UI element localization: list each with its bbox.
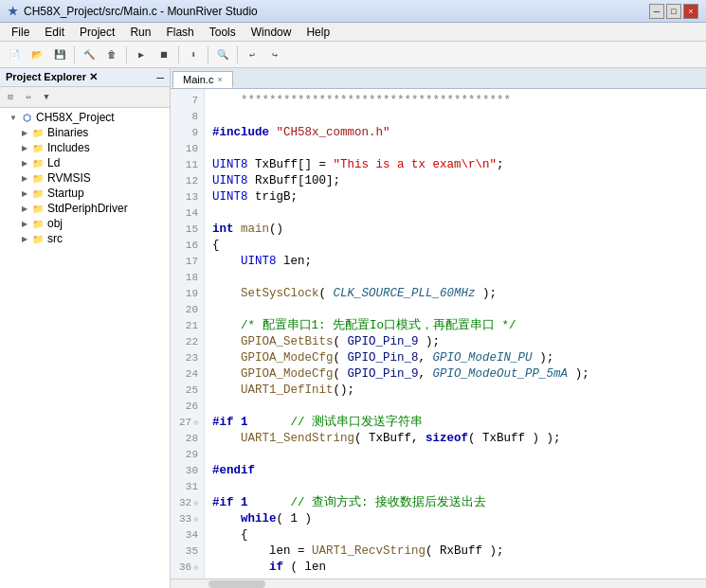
tree-label-ld: Ld — [47, 156, 60, 169]
redo-button[interactable]: ↪ — [264, 45, 285, 65]
close-button[interactable]: × — [683, 4, 698, 19]
ln-12: 12 — [171, 173, 204, 189]
tree-item-obj[interactable]: ▶ 📁 obj — [0, 216, 170, 231]
project-name: CH58X_Project — [36, 111, 115, 124]
expand-arrow: ▶ — [19, 220, 30, 228]
ln-17: 17 — [171, 254, 204, 270]
panel-menu-button[interactable]: ▼ — [38, 89, 55, 106]
clean-button[interactable]: 🗑 — [101, 45, 122, 65]
ln-9: 9 — [171, 125, 204, 141]
folder-icon: 📁 — [30, 156, 45, 169]
ln-31: 31 — [171, 479, 204, 495]
tree-item-ld[interactable]: ▶ 📁 Ld — [0, 155, 170, 170]
code-line-21: /* 配置串口1: 先配置Io口模式，再配置串口 */ — [212, 318, 706, 334]
undo-button[interactable]: ↩ — [242, 45, 262, 65]
ln-32: 32⊙ — [171, 495, 204, 511]
menu-item-help[interactable]: Help — [299, 24, 337, 41]
expand-arrow: ▶ — [19, 129, 30, 137]
menu-item-run[interactable]: Run — [122, 24, 158, 41]
collapse-all-button[interactable]: ⊟ — [2, 89, 19, 106]
ln-33: 33⊙ — [171, 511, 204, 527]
ln-29: 29 — [171, 447, 204, 463]
link-editor-button[interactable]: ⇔ — [20, 89, 37, 106]
editor-area: Main.c × 7 8 9 10 11 12 13 14 15 16 17 1… — [171, 68, 706, 588]
new-button[interactable]: 📄 — [4, 45, 25, 65]
project-panel: Project Explorer ✕ ─ ⊟ ⇔ ▼ ▼ ⬡ CH58X_Pro… — [0, 68, 171, 588]
code-line-16: { — [212, 238, 706, 254]
window-controls: ─ □ × — [649, 4, 698, 19]
tree-item-src[interactable]: ▶ 📁 src — [0, 231, 170, 246]
maximize-button[interactable]: □ — [666, 4, 681, 19]
ln-36: 36⊙ — [171, 560, 204, 576]
ln-20: 20 — [171, 302, 204, 318]
code-line-35: len = UART1_RecvString( RxBuff ); — [212, 543, 706, 560]
toolbar-separator-3 — [178, 46, 179, 63]
panel-min-button[interactable]: ─ — [156, 72, 164, 83]
folder-icon: 📁 — [30, 202, 45, 215]
code-area[interactable]: 7 8 9 10 11 12 13 14 15 16 17 18 19 20 2… — [171, 89, 706, 579]
tab-close-button[interactable]: × — [217, 75, 222, 84]
app-icon: ★ — [8, 5, 18, 18]
toolbar: 📄 📂 💾 🔨 🗑 ▶ ⏹ ⬇ 🔍 ↩ ↪ — [0, 42, 706, 68]
menu-item-project[interactable]: Project — [72, 24, 122, 41]
expand-arrow: ▶ — [19, 205, 30, 213]
menu-item-file[interactable]: File — [4, 24, 37, 41]
tree-item-includes[interactable]: ▶ 📁 Includes — [0, 140, 170, 155]
menu-item-edit[interactable]: Edit — [37, 24, 72, 41]
menu-item-tools[interactable]: Tools — [202, 24, 244, 41]
main-layout: Project Explorer ✕ ─ ⊟ ⇔ ▼ ▼ ⬡ CH58X_Pro… — [0, 68, 706, 588]
ln-21: 21 — [171, 318, 204, 334]
search-button[interactable]: 🔍 — [212, 45, 233, 65]
project-icon: ⬡ — [19, 111, 34, 124]
tree-label-rvmsis: RVMSIS — [47, 171, 91, 185]
tree-item-startup[interactable]: ▶ 📁 Startup — [0, 186, 170, 201]
tree-label-stdperiph: StdPeriphDriver — [47, 202, 128, 215]
toolbar-separator-5 — [237, 46, 238, 63]
code-line-34: { — [212, 527, 706, 543]
menu-item-window[interactable]: Window — [244, 24, 299, 41]
ln-13: 13 — [171, 189, 204, 205]
stop-button[interactable]: ⏹ — [154, 45, 174, 65]
titlebar: ★ CH58X_Project/src/Main.c - MounRiver S… — [0, 0, 706, 23]
expand-arrow: ▼ — [8, 114, 19, 122]
expand-arrow: ▶ — [19, 159, 30, 168]
code-line-14 — [212, 205, 706, 222]
panel-title: Project Explorer ✕ — [6, 71, 98, 83]
horizontal-scrollbar[interactable] — [171, 579, 706, 588]
code-line-19: SetSysClock( CLK_SOURCE_PLL_60MHz ); — [212, 286, 706, 302]
tree-item-stdperiph[interactable]: ▶ 📁 StdPeriphDriver — [0, 201, 170, 216]
line-numbers: 7 8 9 10 11 12 13 14 15 16 17 18 19 20 2… — [171, 89, 205, 579]
titlebar-title: CH58X_Project/src/Main.c - MounRiver Stu… — [24, 5, 649, 18]
code-editor[interactable]: ************************************** #… — [205, 89, 706, 579]
minimize-button[interactable]: ─ — [649, 4, 664, 19]
expand-arrow: ▶ — [19, 189, 30, 198]
code-line-15: int main() — [212, 222, 706, 238]
expand-arrow: ▶ — [19, 174, 30, 183]
ln-27: 27⊙ — [171, 415, 204, 431]
tree-project-root[interactable]: ▼ ⬡ CH58X_Project — [0, 110, 170, 125]
ln-14: 14 — [171, 205, 204, 222]
menu-item-flash[interactable]: Flash — [158, 24, 201, 41]
code-line-10 — [212, 141, 706, 157]
save-button[interactable]: 💾 — [49, 45, 70, 65]
ln-19: 19 — [171, 286, 204, 302]
code-line-8 — [212, 109, 706, 125]
code-line-20 — [212, 302, 706, 318]
code-line-7: ************************************** — [212, 93, 706, 109]
folder-icon: 📁 — [30, 171, 45, 185]
tree-label-binaries: Binaries — [47, 126, 88, 139]
tree-label-obj: obj — [47, 217, 63, 230]
ln-7: 7 — [171, 93, 204, 109]
open-button[interactable]: 📂 — [27, 45, 47, 65]
toolbar-separator-4 — [208, 46, 208, 63]
ln-28: 28 — [171, 431, 204, 447]
tab-main-c[interactable]: Main.c × — [172, 71, 233, 88]
tree-item-rvmsis[interactable]: ▶ 📁 RVMSIS — [0, 170, 170, 186]
build-button[interactable]: 🔨 — [79, 45, 100, 65]
ln-18: 18 — [171, 270, 204, 286]
ln-16: 16 — [171, 238, 204, 254]
download-button[interactable]: ⬇ — [183, 45, 204, 65]
code-line-24: GPIOA_ModeCfg( GPIO_Pin_9, GPIO_ModeOut_… — [212, 366, 706, 383]
debug-button[interactable]: ▶ — [131, 45, 152, 65]
tree-item-binaries[interactable]: ▶ 📁 Binaries — [0, 125, 170, 140]
